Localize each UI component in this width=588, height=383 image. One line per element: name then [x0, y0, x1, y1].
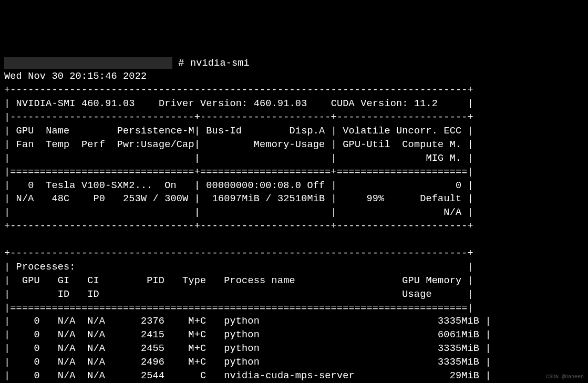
gpu-ecc: 0 [456, 180, 461, 191]
gpu-id: 0 [28, 180, 34, 191]
hdr-persistence: Persistence-M [117, 126, 194, 137]
proc-rows: | 0 N/A N/A 2376 M+C python 3335MiB | | … [4, 316, 491, 381]
command-typed[interactable]: nvidia-smi [190, 58, 250, 69]
hdr-ecc: Volatile Uncorr. ECC [343, 126, 461, 137]
hdr-dispa: Disp.A [290, 126, 325, 137]
gpu-row-line1: | 0 Tesla V100-SXM2... On | 00000000:00:… [4, 180, 473, 191]
hdr-gpuutil: GPU-Util [343, 139, 390, 150]
hdr-memusage: Memory-Usage [254, 139, 325, 150]
gpu-pwr-usage: 253W [123, 193, 147, 204]
timestamp: Wed Nov 30 20:15:46 2022 [4, 71, 147, 82]
gpu-name: Tesla V100-SXM2... [46, 180, 152, 191]
smi-version: 460.91.03 [81, 98, 135, 109]
gpu-row-line2: | N/A 48C P0 253W / 300W | 16097MiB / 32… [4, 193, 473, 204]
gpu-temp: 48C [51, 193, 69, 204]
box-div2: |===============================+=======… [4, 167, 473, 178]
proc-header-row1: | GPU GI CI PID Type Process name GPU Me… [4, 275, 473, 286]
gpu-busid: 00000000:00:08.0 [206, 180, 301, 191]
gpu-pwr-cap: 300W [164, 193, 188, 204]
hdr-perf: Perf [81, 139, 105, 150]
gpu-util: 99% [367, 193, 385, 204]
header-line: | NVIDIA-SMI 460.91.03 Driver Version: 4… [4, 98, 473, 109]
driver-version: 460.91.03 [254, 98, 307, 109]
terminal-output: # nvidia-smi Wed Nov 30 20:15:46 2022 +-… [4, 57, 584, 383]
gpu-compute-mode: Default [420, 193, 461, 204]
proc-header-row2: | ID ID Usage | [4, 289, 473, 300]
phdr-pname: Process name [224, 275, 295, 286]
col-header-row2: | Fan Temp Perf Pwr:Usage/Cap| Memory-Us… [4, 139, 473, 150]
gpu-dispa: Off [307, 180, 325, 191]
phdr-ci-id: ID [87, 289, 99, 300]
hdr-name: Name [46, 126, 69, 137]
phdr-gi-id: ID [58, 289, 70, 300]
cuda-version: 11.2 [414, 98, 438, 109]
phdr-pid: PID [147, 275, 164, 286]
phdr-type: Type [182, 275, 206, 286]
col-header-row1: | GPU Name Persistence-M| Bus-Id Disp.A … [4, 126, 473, 137]
cuda-label: CUDA Version: [331, 98, 408, 109]
hdr-temp: Temp [46, 139, 69, 150]
gpu-row-line3: | | | N/A | [4, 207, 473, 218]
gpu-perf: P0 [94, 193, 106, 204]
driver-label: Driver Version: [159, 98, 248, 109]
box-top: +---------------------------------------… [4, 85, 473, 96]
processes-title: Processes: [16, 262, 76, 273]
watermark: CSDN @Daneen [546, 374, 584, 381]
gpu-mig-mode: N/A [443, 207, 461, 218]
prompt-separator: # [172, 58, 190, 69]
hdr-fan: Fan [16, 139, 34, 150]
col-header-row3: | | | MIG M. | [4, 153, 473, 164]
hdr-busid: Bus-Id [206, 126, 242, 137]
phdr-gi: GI [58, 275, 70, 286]
gpu-fan: N/A [16, 193, 34, 204]
gpu-mem-total: 32510MiB [277, 193, 325, 204]
hostname-redacted [4, 57, 172, 69]
box-div1: |-------------------------------+-------… [4, 112, 473, 123]
phdr-mem: GPU Memory [402, 275, 461, 286]
hdr-gpu: GPU [16, 126, 34, 137]
hdr-computem: Compute M. [402, 139, 461, 150]
proc-title-line: | Processes: | [4, 262, 473, 273]
phdr-usage: Usage [402, 289, 432, 300]
smi-label: NVIDIA-SMI [16, 98, 76, 109]
proc-box-top: +---------------------------------------… [4, 248, 473, 259]
proc-div: |=======================================… [4, 303, 473, 314]
phdr-ci: CI [87, 275, 99, 286]
phdr-gpu: GPU [22, 275, 40, 286]
hdr-migm: MIG M. [426, 153, 461, 164]
box-bottom1: +-------------------------------+-------… [4, 221, 473, 232]
hdr-pwr: Pwr:Usage/Cap [117, 139, 194, 150]
gpu-persistence: On [164, 180, 177, 191]
gpu-mem-used: 16097MiB [212, 193, 260, 204]
